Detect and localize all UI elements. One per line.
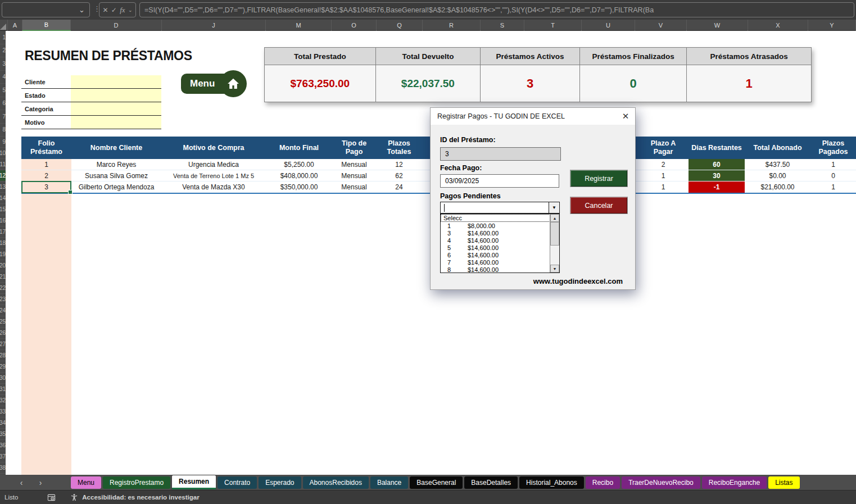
table-cell[interactable]: Urgencia Medica <box>161 159 266 170</box>
row-header-11[interactable]: 11 <box>0 159 6 170</box>
cancel-entry-icon[interactable]: ✕ <box>102 6 108 14</box>
column-header-O[interactable]: O <box>332 20 377 31</box>
table-cell[interactable]: 1 <box>810 181 856 193</box>
table-cell[interactable]: 3 <box>21 181 71 193</box>
sheet-tab-registroprestamo[interactable]: RegistroPrestamo <box>103 476 170 489</box>
pending-payment-item[interactable]: 1$8,000.00 <box>441 222 550 229</box>
sheet-tab-menu[interactable]: Menu <box>71 476 101 489</box>
registrar-button[interactable]: Registrar <box>570 170 628 187</box>
row-header-20[interactable]: 20 <box>0 260 6 271</box>
sheet-tab-resumen[interactable]: Resumen <box>172 475 216 489</box>
table-cell[interactable]: 1 <box>638 170 689 181</box>
row-header-31[interactable]: 31 <box>0 384 6 395</box>
row-header-28[interactable]: 28 <box>0 350 6 361</box>
dialog-titlebar[interactable]: Registrar Pagos - TU GODIN DE EXCEL ✕ <box>431 108 635 125</box>
column-header-J[interactable]: J <box>162 20 266 31</box>
sheet-tab-basedetalles[interactable]: BaseDetalles <box>464 476 518 489</box>
enter-entry-icon[interactable]: ✓ <box>111 6 117 14</box>
row-header-9[interactable]: 9 <box>0 137 6 148</box>
row-header-6[interactable]: 6 <box>0 97 6 111</box>
table-cell[interactable]: 30 <box>689 170 745 181</box>
row-header-16[interactable]: 16 <box>0 215 6 226</box>
sheet-tab-basegeneral[interactable]: BaseGeneral <box>410 476 463 489</box>
filter-input-cliente[interactable] <box>71 75 161 88</box>
table-cell[interactable]: 24 <box>376 181 422 193</box>
row-header-7[interactable]: 7 <box>0 110 6 124</box>
column-header-Q[interactable]: Q <box>377 20 423 31</box>
name-box[interactable]: ⌄ <box>2 2 90 17</box>
column-header-W[interactable]: W <box>687 20 748 31</box>
row-header-5[interactable]: 5 <box>0 84 6 97</box>
row-header-30[interactable]: 30 <box>0 373 6 384</box>
row-header-21[interactable]: 21 <box>0 271 6 283</box>
table-cell[interactable]: $21,600.00 <box>745 181 810 193</box>
table-cell[interactable]: $437.50 <box>745 159 810 170</box>
row-header-15[interactable]: 15 <box>0 204 6 215</box>
table-cell[interactable]: Marco Reyes <box>71 159 161 170</box>
table-cell[interactable]: $0.00 <box>745 170 810 181</box>
row-header-38[interactable]: 38 <box>0 462 6 474</box>
row-header-36[interactable]: 36 <box>0 440 6 451</box>
pending-payment-item[interactable]: 7$14,600.00 <box>441 258 550 266</box>
sheet-tab-contrato[interactable]: Contrato <box>218 476 257 489</box>
row-header-32[interactable]: 32 <box>0 395 6 406</box>
table-cell[interactable]: 12 <box>376 159 422 170</box>
sheet-tab-reciboenganche[interactable]: ReciboEnganche <box>702 476 767 489</box>
id-prestamo-field[interactable] <box>440 147 561 161</box>
filter-input-categoria[interactable] <box>71 102 161 115</box>
insert-function-icon[interactable]: fx <box>120 6 125 15</box>
row-header-22[interactable]: 22 <box>0 283 6 294</box>
list-item-placeholder[interactable]: Selecc <box>441 214 550 222</box>
table-cell[interactable]: Venta de Mazda X30 <box>161 181 266 193</box>
table-cell[interactable]: Susana Silva Gomez <box>71 170 161 181</box>
sheet-tab-listas[interactable]: Listas <box>768 476 799 489</box>
sheet-tab-recibo[interactable]: Recibo <box>586 476 620 489</box>
pending-payment-item[interactable]: 8$14,600.00 <box>441 266 550 273</box>
column-header-Y[interactable]: Y <box>808 20 856 31</box>
accessibility-status[interactable]: Accesibilidad: es necesario investigar <box>70 493 199 502</box>
sheet-tab-balance[interactable]: Balance <box>370 476 408 489</box>
row-header-14[interactable]: 14 <box>0 193 6 204</box>
row-header-23[interactable]: 23 <box>0 294 6 305</box>
filter-input-motivo[interactable] <box>71 116 161 129</box>
chevron-down-icon[interactable]: ⌄ <box>79 6 85 14</box>
formula-input[interactable]: =SI(Y(D4="",D5="",D6="",D7=""),FILTRAR(B… <box>139 2 854 17</box>
column-header-D[interactable]: D <box>71 20 162 31</box>
row-header-33[interactable]: 33 <box>0 406 6 417</box>
column-header-M[interactable]: M <box>266 20 332 31</box>
row-header-35[interactable]: 35 <box>0 429 6 440</box>
table-cell[interactable]: 60 <box>689 159 745 170</box>
row-header-12[interactable]: 12 <box>0 170 6 181</box>
cancelar-button[interactable]: Cancelar <box>570 197 628 214</box>
row-header-34[interactable]: 34 <box>0 417 6 429</box>
table-cell[interactable]: Mensual <box>332 159 376 170</box>
row-header-18[interactable]: 18 <box>0 238 6 249</box>
row-header-13[interactable]: 13 <box>0 181 6 193</box>
row-header-4[interactable]: 4 <box>0 71 6 84</box>
row-header-27[interactable]: 27 <box>0 339 6 350</box>
scroll-up-icon[interactable]: ▲ <box>550 214 559 222</box>
column-header-X[interactable]: X <box>748 20 808 31</box>
scrollbar-thumb[interactable] <box>550 222 559 246</box>
table-cell[interactable]: Venta de Terreno Lote 1 Mz 5 <box>161 170 266 181</box>
table-cell[interactable]: 1 <box>810 159 856 170</box>
tabs-scroll-left-icon[interactable]: ‹ <box>16 478 27 487</box>
sheet-tab-historial_abonos[interactable]: Historial_Abonos <box>519 476 584 489</box>
column-header-B[interactable]: B <box>22 20 71 31</box>
table-cell[interactable]: 62 <box>376 170 422 181</box>
home-icon[interactable] <box>220 70 247 97</box>
table-cell[interactable]: Gilberto Ortega Mendoza <box>71 181 161 193</box>
pending-payment-item[interactable]: 4$14,600.00 <box>441 237 550 244</box>
row-header-2[interactable]: 2 <box>0 44 6 58</box>
sheet-tab-abonosrecibidos[interactable]: AbonosRecibidos <box>303 476 369 489</box>
row-header-26[interactable]: 26 <box>0 328 6 339</box>
row-headers[interactable]: 1234567891011121314151617181920212223242… <box>0 31 6 475</box>
row-header-8[interactable]: 8 <box>0 124 6 137</box>
select-all-corner[interactable] <box>0 20 8 31</box>
column-header-A[interactable]: A <box>8 20 22 31</box>
table-cell[interactable]: $350,000.00 <box>266 181 332 193</box>
tabs-scroll-right-icon[interactable]: › <box>35 478 46 487</box>
table-cell[interactable]: -1 <box>689 181 745 193</box>
column-header-U[interactable]: U <box>582 20 635 31</box>
column-header-T[interactable]: T <box>524 20 582 31</box>
